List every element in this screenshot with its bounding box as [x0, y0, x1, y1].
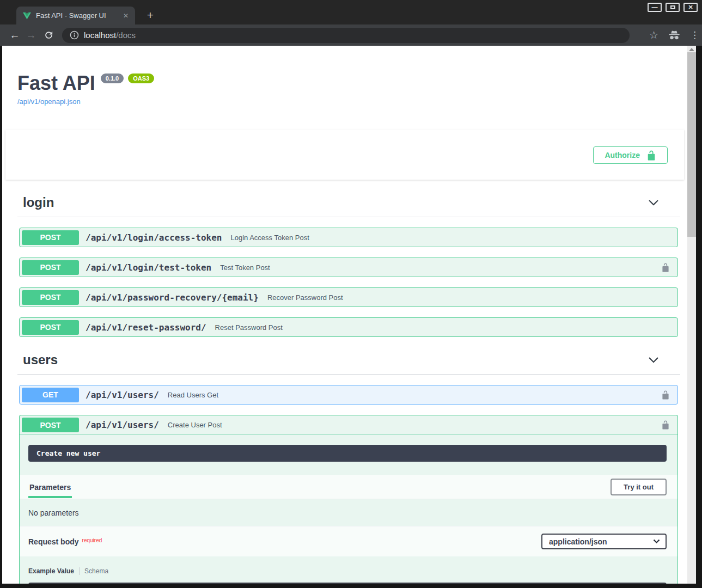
- operation-summary: Login Access Token Post: [230, 234, 309, 242]
- example-tabs: Example Value Schema: [28, 567, 667, 575]
- oas3-badge: OAS3: [128, 74, 154, 83]
- operation-path: /api/v1/users/: [86, 390, 159, 400]
- example-section: Example Value Schema {: [20, 556, 677, 584]
- parameters-header: Parameters Try it out: [20, 475, 677, 499]
- new-tab-button[interactable]: +: [143, 8, 158, 23]
- section-login: login POST /api/v1/login/access-token Lo…: [17, 180, 680, 337]
- operation-summary-row[interactable]: POST /api/v1/users/ Create User Post: [20, 415, 677, 435]
- method-badge: POST: [22, 230, 79, 245]
- swagger-page: Fast API 0.1.0 OAS3 /api/v1/openapi.json…: [2, 46, 687, 584]
- operation-path: /api/v1/login/test-token: [86, 262, 211, 273]
- tab-example-value[interactable]: Example Value: [28, 567, 74, 575]
- operation-login-test-token[interactable]: POST /api/v1/login/test-token Test Token…: [19, 258, 678, 277]
- chevron-down-icon[interactable]: [648, 198, 660, 207]
- reload-button[interactable]: [40, 30, 57, 40]
- operation-read-users[interactable]: GET /api/v1/users/ Read Users Get: [19, 385, 678, 405]
- operation-path: /api/v1/users/: [86, 420, 159, 430]
- operation-summary: Reset Password Post: [215, 323, 283, 332]
- auth-lock-icon[interactable]: [661, 262, 670, 273]
- tab-title: Fast API - Swagger UI: [36, 11, 121, 20]
- try-it-out-button[interactable]: Try it out: [611, 479, 667, 495]
- auth-lock-icon[interactable]: [661, 390, 670, 400]
- operation-login-access-token[interactable]: POST /api/v1/login/access-token Login Ac…: [19, 228, 678, 247]
- operation-summary: Read Users Get: [168, 391, 218, 399]
- maximize-icon: [670, 5, 675, 9]
- example-code-block[interactable]: {: [28, 583, 667, 584]
- fastapi-favicon-icon: [23, 12, 31, 20]
- scrollbar-up-arrow[interactable]: [689, 48, 694, 51]
- tab-schema[interactable]: Schema: [84, 567, 108, 575]
- browser-menu-icon[interactable]: ⋮: [690, 29, 697, 41]
- operation-create-user-expanded: POST /api/v1/users/ Create User Post Cre…: [19, 415, 678, 584]
- operation-summary: Test Token Post: [220, 264, 270, 272]
- media-type-value: application/json: [549, 537, 607, 546]
- request-body-section: Request body required application/json: [20, 526, 677, 556]
- method-badge: POST: [22, 290, 79, 305]
- toolbar-right-icons: ☆ ⋮: [649, 29, 697, 41]
- bookmark-star-icon[interactable]: ☆: [649, 29, 658, 41]
- browser-window: Fast API - Swagger UI ✕ + — ✕ ← →: [0, 0, 702, 588]
- browser-tab[interactable]: Fast API - Swagger UI ✕: [16, 7, 135, 24]
- operation-reset-password[interactable]: POST /api/v1/reset-password/ Reset Passw…: [19, 317, 678, 337]
- unlocked-padlock-icon: [646, 150, 656, 161]
- badges: 0.1.0 OAS3: [101, 74, 154, 83]
- operation-path: /api/v1/password-recovery/{email}: [86, 292, 259, 303]
- section-title: users: [23, 352, 58, 367]
- section-users: users GET /api/v1/users/ Read Users Get: [17, 337, 680, 584]
- browser-body: Fast API 0.1.0 OAS3 /api/v1/openapi.json…: [0, 46, 702, 588]
- window-controls: — ✕: [648, 3, 698, 12]
- tab-separator: [79, 567, 80, 575]
- maximize-button[interactable]: [666, 3, 680, 12]
- required-flag: required: [82, 537, 102, 543]
- url-host: localhost: [84, 30, 116, 40]
- operation-description: Create new user: [28, 445, 667, 462]
- back-button[interactable]: ←: [7, 30, 23, 40]
- section-title: login: [23, 195, 54, 210]
- operation-password-recovery[interactable]: POST /api/v1/password-recovery/{email} R…: [19, 287, 678, 307]
- site-info-icon[interactable]: [70, 30, 79, 40]
- authorize-button[interactable]: Authorize: [593, 146, 668, 164]
- forward-button: →: [23, 30, 39, 40]
- chevron-down-icon: [653, 539, 660, 544]
- api-info: Fast API 0.1.0 OAS3 /api/v1/openapi.json: [2, 46, 687, 106]
- titlebar: Fast API - Swagger UI ✕ + — ✕: [0, 0, 702, 24]
- section-users-header[interactable]: users: [17, 337, 680, 375]
- method-badge: POST: [22, 418, 79, 432]
- section-login-header[interactable]: login: [17, 180, 680, 217]
- authorize-label: Authorize: [605, 151, 640, 160]
- operation-path: /api/v1/login/access-token: [86, 232, 222, 243]
- close-button[interactable]: ✕: [683, 3, 698, 12]
- operation-path: /api/v1/reset-password/: [86, 322, 206, 333]
- page-title: Fast API: [17, 72, 95, 94]
- url-path: /docs: [116, 30, 136, 40]
- version-badge: 0.1.0: [101, 74, 124, 83]
- method-badge: POST: [22, 320, 79, 335]
- operation-summary: Create User Post: [168, 421, 222, 429]
- address-bar[interactable]: localhost/docs: [62, 28, 630, 43]
- scrollbar-thumb[interactable]: [687, 52, 696, 237]
- openapi-spec-link[interactable]: /api/v1/openapi.json: [17, 97, 81, 106]
- chevron-down-icon[interactable]: [648, 356, 660, 365]
- request-body-label: Request body: [28, 537, 79, 546]
- url-text[interactable]: localhost/docs: [84, 30, 136, 40]
- page-scrollbar[interactable]: [687, 46, 696, 584]
- method-badge: POST: [22, 260, 79, 275]
- method-badge: GET: [22, 388, 79, 402]
- auth-lock-icon[interactable]: [661, 420, 670, 430]
- incognito-icon: [668, 30, 680, 40]
- no-parameters-text: No parameters: [20, 499, 677, 526]
- tab-close-icon[interactable]: ✕: [121, 11, 131, 21]
- reload-icon: [44, 30, 54, 40]
- browser-toolbar: ← → localhost/docs ☆: [0, 24, 702, 46]
- minimize-button[interactable]: —: [648, 3, 662, 12]
- tab-parameters[interactable]: Parameters: [28, 475, 72, 498]
- scheme-container: Authorize: [5, 130, 684, 180]
- media-type-select[interactable]: application/json: [541, 534, 667, 549]
- operation-summary: Recover Password Post: [267, 293, 343, 302]
